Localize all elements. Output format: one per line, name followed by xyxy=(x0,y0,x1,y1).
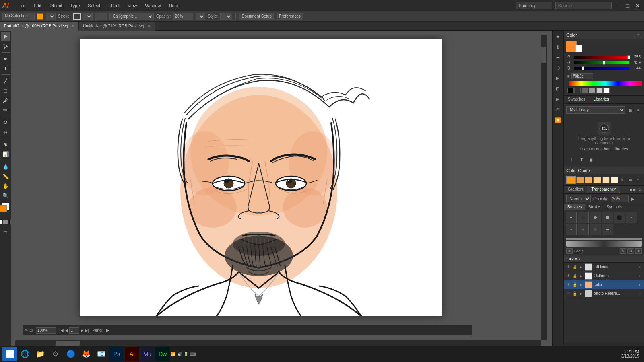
black-swatch[interactable] xyxy=(567,88,574,93)
opacity-select[interactable] xyxy=(196,13,205,20)
menu-help[interactable]: Help xyxy=(167,2,180,9)
taskbar-firefox[interactable]: 🦊 xyxy=(79,347,93,361)
close-button[interactable]: ✕ xyxy=(634,3,642,9)
taskbar-chrome[interactable]: 🔵 xyxy=(64,347,78,361)
brush-10[interactable] xyxy=(602,224,613,235)
stroke-tab[interactable]: Stroke xyxy=(585,204,603,210)
layer-lock-1[interactable]: 🔒 xyxy=(572,264,578,270)
tool-paintbrush[interactable]: 🖌 xyxy=(1,96,10,105)
brush-lib-btn[interactable]: ≡ xyxy=(566,248,573,254)
panel-btn-8[interactable]: ⚙ xyxy=(553,105,562,114)
search-input[interactable] xyxy=(555,2,612,9)
brush-delete-btn[interactable]: ✕ xyxy=(627,248,634,254)
panel-btn-6[interactable]: ⊡ xyxy=(553,84,562,93)
layer-eye-1[interactable]: 👁 xyxy=(566,264,571,270)
tool-pencil[interactable]: ✏ xyxy=(1,105,10,114)
panel-btn-2[interactable]: ℹ xyxy=(553,43,562,51)
brushes-tab[interactable]: Brushes xyxy=(564,204,585,210)
tool-eyedropper[interactable]: 💧 xyxy=(1,162,10,171)
cg-swatch-2[interactable] xyxy=(585,177,592,183)
taskbar-ie[interactable]: 🌐 xyxy=(18,347,32,361)
tool-reflect[interactable]: ⇔ xyxy=(1,128,10,136)
style-select[interactable] xyxy=(220,13,232,20)
brush-6[interactable] xyxy=(626,212,637,223)
taskbar-photoshop[interactable]: Ps xyxy=(109,347,124,361)
brush-4[interactable] xyxy=(602,212,613,223)
transparency-tab[interactable]: Transparency xyxy=(587,186,620,193)
tab-portrait-close[interactable]: ✕ xyxy=(71,24,74,28)
brush-8[interactable] xyxy=(578,224,589,235)
color-icon-1[interactable]: ≡ xyxy=(635,32,642,38)
document-setup-button[interactable]: Document Setup xyxy=(239,13,274,20)
lighter-gray-swatch[interactable] xyxy=(596,88,603,93)
stroke-box[interactable] xyxy=(73,13,80,20)
preferences-button[interactable]: Preferences xyxy=(277,13,303,20)
vertical-scrollbar[interactable] xyxy=(541,35,547,340)
tab-portrait[interactable]: Portrait2.ai @ 100% (RGB/Preview) ✕ xyxy=(0,22,79,31)
swatches-tab[interactable]: Swatches xyxy=(564,96,589,103)
bg-big-swatch[interactable] xyxy=(575,45,582,52)
r-thumb[interactable] xyxy=(627,55,630,59)
tool-blend[interactable]: ⊕ xyxy=(1,140,10,149)
menu-type[interactable]: Type xyxy=(69,2,82,9)
b-track[interactable] xyxy=(574,67,629,70)
r-track[interactable] xyxy=(574,56,629,59)
menu-file[interactable]: File xyxy=(17,2,27,9)
light-gray-swatch[interactable] xyxy=(589,88,595,93)
page-first[interactable]: |◀ xyxy=(59,328,64,333)
cg-icon-3[interactable]: ≡ xyxy=(635,177,642,183)
g-thumb[interactable] xyxy=(603,61,605,65)
tool-pen[interactable]: ✒ xyxy=(1,54,10,63)
menu-view[interactable]: View xyxy=(126,2,139,9)
page-last[interactable]: ▶| xyxy=(85,328,89,333)
panel-btn-5[interactable]: ⊞ xyxy=(553,74,562,83)
hex-input[interactable] xyxy=(571,73,593,79)
dark-gray-swatch[interactable] xyxy=(574,88,581,93)
tool-select[interactable] xyxy=(1,32,10,41)
more-arrow[interactable]: ▶ xyxy=(106,328,109,333)
brush-2[interactable] xyxy=(578,212,589,223)
color-swatch-small[interactable] xyxy=(3,220,8,224)
layer-eye-4[interactable]: 👁 xyxy=(566,291,571,296)
page-next[interactable]: ▶ xyxy=(80,328,84,333)
fg-swatch[interactable] xyxy=(0,205,7,212)
taskbar-outlook[interactable]: 📧 xyxy=(94,347,109,361)
tool-direct-select[interactable] xyxy=(1,42,10,51)
g-track[interactable] xyxy=(574,61,629,64)
layer-vis2-3[interactable]: ● xyxy=(637,282,642,288)
library-select[interactable]: My Library xyxy=(566,106,625,114)
brush-style-select[interactable]: Calligraphic... xyxy=(109,13,154,20)
tool-measure[interactable]: 📏 xyxy=(1,172,10,181)
layer-expand-2[interactable]: ▶ xyxy=(578,274,583,278)
brush-menu-btn[interactable]: ≡ xyxy=(635,248,642,254)
maximize-button[interactable]: □ xyxy=(624,3,631,9)
page-prev[interactable]: ◀ xyxy=(65,328,68,333)
opacity-value-input[interactable] xyxy=(611,195,629,202)
opacity-input[interactable] xyxy=(173,13,193,20)
zoom-input[interactable] xyxy=(36,327,56,334)
white-swatch[interactable] xyxy=(603,88,610,93)
layer-lock-4[interactable]: 🔒 xyxy=(572,291,578,296)
list-view-icon[interactable]: ≡ xyxy=(635,107,642,114)
status-edit-mode[interactable]: ✎ ⊡ xyxy=(25,328,33,333)
cg-icon-2[interactable]: ⊕ xyxy=(627,177,634,183)
layer-photo-ref[interactable]: 👁 🔒 ▶ photo Refere... ○ xyxy=(564,289,644,298)
tool-rotate[interactable]: ↻ xyxy=(1,118,10,127)
horizontal-scrollbar[interactable] xyxy=(15,340,541,346)
h-scrollbar-thumb[interactable] xyxy=(56,341,80,346)
tool-rect[interactable]: □ xyxy=(1,86,10,95)
layer-vis2-1[interactable]: ○ xyxy=(637,264,642,270)
panel-btn-7[interactable]: ⊞ xyxy=(553,95,562,104)
layer-outlines[interactable]: 👁 🔒 ▶ Outlines ○ xyxy=(564,272,644,280)
layer-expand-1[interactable]: ▶ xyxy=(578,265,583,269)
menu-effect[interactable]: Effect xyxy=(107,2,121,9)
layer-lock-3[interactable]: 🔒 xyxy=(572,282,578,288)
minimize-button[interactable]: − xyxy=(615,3,621,9)
gt-expand-icon[interactable]: ▶▶ xyxy=(629,187,637,193)
cg-main-swatch[interactable] xyxy=(566,176,576,184)
taskbar-explorer[interactable]: 📁 xyxy=(33,347,47,361)
panel-btn-9[interactable]: 🔽 xyxy=(553,116,562,125)
gradient-tab[interactable]: Gradient xyxy=(564,186,587,193)
taskbar-illustrator[interactable]: Ai xyxy=(125,347,139,361)
grid-view-icon[interactable]: ⊞ xyxy=(627,107,634,114)
